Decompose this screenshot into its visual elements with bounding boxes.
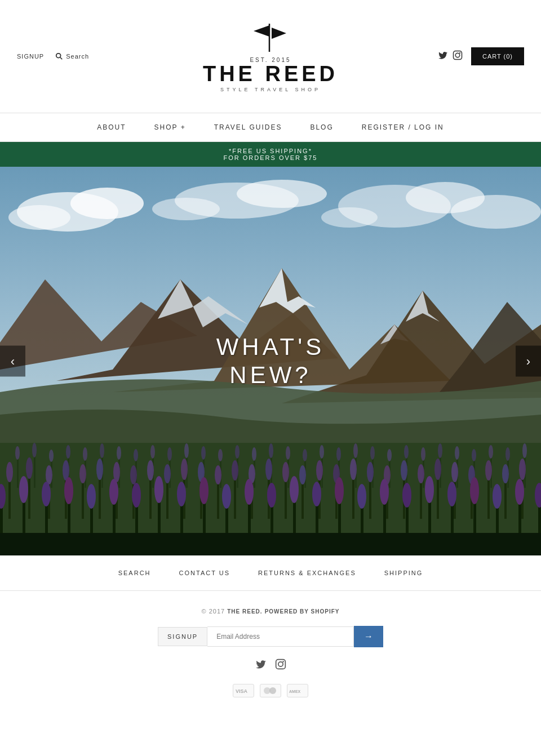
logo-name: THE REED — [203, 63, 338, 85]
visa-payment-icon: VISA — [233, 684, 254, 697]
svg-point-84 — [489, 445, 493, 459]
svg-point-164 — [132, 483, 141, 508]
nav-about[interactable]: ABOUT — [97, 123, 126, 131]
svg-point-170 — [199, 477, 209, 504]
svg-point-160 — [87, 484, 96, 509]
footer-nav-returns[interactable]: RETURNS & EXCHANGES — [258, 570, 356, 576]
footer-instagram-icon[interactable] — [275, 659, 286, 673]
svg-point-25 — [321, 207, 378, 228]
svg-point-68 — [353, 443, 358, 458]
svg-point-18 — [8, 205, 70, 230]
svg-point-110 — [181, 459, 188, 480]
svg-point-78 — [438, 443, 442, 458]
svg-point-168 — [177, 482, 186, 506]
svg-point-36 — [83, 447, 87, 461]
svg-point-178 — [290, 476, 299, 503]
svg-point-74 — [404, 445, 409, 459]
svg-point-198 — [515, 479, 524, 505]
svg-point-46 — [167, 447, 172, 461]
footer-nav-shipping[interactable]: SHIPPING — [384, 570, 423, 576]
svg-point-158 — [64, 477, 73, 504]
svg-point-184 — [357, 484, 366, 509]
logo-tagline: STYLE TRAVEL SHOP — [203, 87, 338, 92]
newsletter-submit-button[interactable]: → — [354, 626, 383, 647]
svg-point-64 — [320, 445, 324, 459]
svg-point-90 — [6, 462, 13, 482]
svg-rect-3 — [453, 51, 462, 60]
footer-bottom: © 2017 THE REED. POWERED BY SHOPIFY SIGN… — [0, 591, 541, 714]
svg-point-4 — [455, 53, 460, 57]
svg-point-114 — [215, 465, 221, 484]
svg-point-34 — [66, 445, 70, 459]
search-icon — [55, 52, 63, 60]
svg-point-100 — [96, 459, 103, 480]
svg-point-44 — [150, 445, 155, 459]
svg-point-166 — [154, 476, 163, 503]
slider-prev-button[interactable]: ‹ — [0, 346, 25, 377]
svg-line-1 — [60, 57, 63, 60]
header-right: CART (0) — [438, 47, 524, 65]
svg-point-52 — [218, 449, 223, 461]
svg-point-58 — [269, 443, 273, 458]
footer-brand-link[interactable]: THE REED. — [227, 608, 262, 615]
search-button[interactable]: Search — [55, 52, 89, 60]
svg-point-32 — [49, 450, 54, 462]
svg-point-186 — [380, 479, 389, 505]
slider-next-button[interactable]: › — [516, 346, 541, 377]
svg-point-104 — [130, 465, 137, 484]
signup-link[interactable]: SIGNUP — [17, 53, 44, 60]
newsletter-form: SIGNUP → — [158, 626, 383, 647]
svg-point-20 — [237, 180, 327, 208]
svg-point-38 — [100, 443, 104, 458]
instagram-icon[interactable] — [453, 50, 463, 63]
svg-point-92 — [26, 457, 33, 479]
promo-line2: FOR ORDERS OVER $75 — [0, 154, 541, 161]
svg-point-192 — [447, 482, 456, 506]
svg-point-174 — [245, 479, 254, 505]
svg-point-42 — [134, 449, 138, 461]
svg-point-40 — [117, 446, 121, 460]
svg-point-116 — [232, 460, 238, 481]
svg-point-56 — [252, 447, 256, 461]
svg-point-88 — [522, 443, 527, 458]
nav-travel-guides[interactable]: TRAVEL GUIDES — [214, 123, 282, 131]
site-header: SIGNUP Search EST. 2015 — [0, 0, 541, 113]
logo[interactable]: EST. 2015 THE REED STYLE TRAVEL SHOP — [203, 21, 338, 92]
twitter-icon[interactable] — [438, 50, 448, 63]
footer-nav-search[interactable]: SEARCH — [118, 570, 151, 576]
svg-point-138 — [418, 464, 424, 483]
svg-point-130 — [350, 459, 357, 480]
nav-blog[interactable]: BLOG — [310, 123, 333, 131]
svg-point-126 — [316, 460, 323, 481]
nav-register[interactable]: REGISTER / LOG IN — [362, 123, 444, 131]
svg-text:VISA: VISA — [236, 688, 248, 694]
svg-point-66 — [336, 447, 341, 461]
promo-line1: *FREE US SHIPPING* — [0, 148, 541, 154]
svg-point-188 — [402, 483, 411, 508]
svg-point-70 — [370, 446, 375, 460]
footer-twitter-icon[interactable] — [255, 659, 267, 673]
svg-point-48 — [184, 443, 189, 458]
newsletter-label: SIGNUP — [158, 627, 207, 646]
footer-nav: SEARCH CONTACT US RETURNS & EXCHANGES SH… — [0, 555, 541, 591]
svg-point-148 — [502, 464, 509, 483]
footer-shopify-link[interactable]: POWERED BY SHOPIFY — [265, 608, 340, 615]
hero-slider: WHAT'S NEW? ‹ › — [0, 167, 541, 555]
newsletter-email-input[interactable] — [207, 626, 354, 647]
svg-point-132 — [367, 462, 374, 482]
search-label: Search — [66, 53, 89, 60]
svg-point-207 — [269, 687, 276, 694]
svg-point-154 — [19, 476, 28, 503]
svg-point-28 — [15, 446, 20, 460]
footer-social-icons — [0, 659, 541, 673]
svg-text:AMEX: AMEX — [289, 690, 301, 693]
nav-shop[interactable]: SHOP + — [154, 123, 186, 131]
cart-button[interactable]: CART (0) — [471, 47, 524, 65]
footer-nav-contact[interactable]: CONTACT US — [179, 570, 230, 576]
svg-point-204 — [282, 661, 284, 662]
svg-point-94 — [46, 465, 52, 484]
svg-point-17 — [70, 188, 144, 219]
svg-point-54 — [235, 445, 240, 459]
footer-copyright: © 2017 THE REED. POWERED BY SHOPIFY — [0, 608, 541, 615]
svg-point-190 — [425, 476, 434, 503]
